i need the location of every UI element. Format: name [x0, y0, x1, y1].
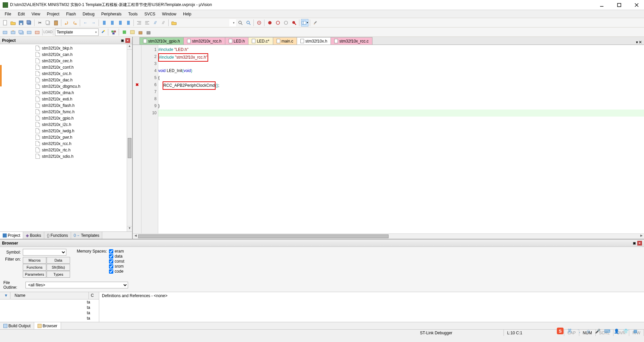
minimize-button[interactable] — [597, 2, 606, 8]
vertical-scrollbar[interactable]: ▲ ▼ — [127, 44, 132, 231]
cut-icon[interactable]: ✂ — [36, 19, 44, 26]
tree-file-item[interactable]: stm32f10x_can.h — [0, 51, 127, 58]
stop-build-icon[interactable] — [34, 28, 41, 36]
pack-installer-2-icon[interactable] — [145, 28, 152, 36]
mem-eram[interactable]: eram — [109, 249, 124, 254]
tree-file-item[interactable]: stm32f10x_cec.h — [0, 58, 127, 64]
outdent-icon[interactable] — [143, 19, 151, 26]
find-icon[interactable] — [237, 19, 244, 26]
c-column-header[interactable]: C — [89, 292, 99, 299]
paste-icon[interactable] — [52, 19, 60, 26]
breakpoint-enable-icon[interactable] — [274, 19, 282, 26]
tree-file-item[interactable]: stm32f10x_flash.h — [0, 102, 127, 109]
indent-icon[interactable] — [135, 19, 143, 26]
rebuild-icon[interactable] — [17, 28, 25, 36]
maximize-button[interactable] — [614, 2, 624, 8]
browser-name-row[interactable]: ta — [0, 316, 99, 321]
name-column-header[interactable]: ▼ Name — [0, 292, 89, 299]
window-layout-icon[interactable]: ▾ — [301, 19, 308, 26]
close-button[interactable] — [632, 2, 641, 8]
file-outline-select[interactable]: <all files> — [25, 282, 128, 288]
tree-file-item[interactable]: stm32f10x_dac.h — [0, 77, 127, 83]
mem-checkbox[interactable] — [109, 259, 113, 264]
filter-macros[interactable]: Macros — [23, 257, 46, 264]
editor-tab[interactable]: stm32f10x_rcc.c — [331, 37, 372, 45]
open-icon[interactable] — [9, 19, 17, 26]
menu-edit[interactable]: Edit — [14, 11, 28, 17]
tree-file-item[interactable]: stm32f10x_gpio.h — [0, 115, 127, 121]
select-packs-icon[interactable] — [129, 28, 136, 36]
redo-icon[interactable] — [71, 19, 78, 26]
filter-functions[interactable]: Functions — [23, 264, 46, 271]
filter-sfr(bits)[interactable]: Sfr(Bits) — [47, 264, 70, 271]
editor-tab[interactable]: stm32f10x_gpio.h — [139, 37, 184, 45]
ime-skin-icon[interactable]: 👕 — [623, 328, 629, 334]
tree-file-item[interactable]: stm32f10x_dbgmcu.h — [0, 83, 127, 89]
pack-installer-icon[interactable] — [137, 28, 144, 36]
mem-checkbox[interactable] — [109, 264, 113, 269]
ime-emoji-icon[interactable]: ☺ — [585, 328, 592, 334]
editor-tab[interactable]: stm32f10x_rcc.h — [183, 37, 225, 45]
bookmark-prev-icon[interactable] — [109, 19, 116, 26]
breakpoint-disable-icon[interactable] — [282, 19, 290, 26]
filter-parameters[interactable]: Parameters — [23, 271, 46, 278]
bookmark-clear-icon[interactable] — [125, 19, 132, 26]
tree-file-item[interactable]: stm32f10x_crc.h — [0, 70, 127, 77]
bookmark-toggle-icon[interactable] — [101, 19, 108, 26]
debug-icon[interactable] — [255, 19, 263, 26]
target-select[interactable]: Template▾ — [55, 28, 99, 36]
tab-browser[interactable]: Browser — [34, 322, 61, 329]
tab-dropdown-icon[interactable]: ▾ — [636, 40, 638, 45]
close-panel-icon[interactable]: ✕ — [125, 38, 130, 43]
build-icon[interactable] — [9, 28, 17, 36]
editor-tab[interactable]: stm32f10x.h — [297, 37, 331, 45]
nav-back-icon[interactable]: ← — [82, 19, 89, 26]
ime-logo-icon[interactable]: S — [557, 328, 564, 334]
tree-file-item[interactable]: stm32f10x_rcc.h — [0, 140, 127, 147]
save-icon[interactable] — [17, 19, 25, 26]
tree-file-item[interactable]: stm32f10x_conf.h — [0, 64, 127, 70]
bookmark-next-icon[interactable] — [117, 19, 124, 26]
ime-voice-icon[interactable]: 🎤 — [594, 328, 601, 334]
tree-file-item[interactable]: stm32f10x_iwdg.h — [0, 128, 127, 134]
browser-name-row[interactable]: ta — [0, 299, 99, 305]
undo-icon[interactable] — [63, 19, 70, 26]
ime-toolbox-icon[interactable]: ▦ — [632, 328, 639, 334]
incremental-find-icon[interactable] — [245, 19, 252, 26]
tree-file-item[interactable]: stm32f10x_exti.h — [0, 96, 127, 102]
ime-keyboard-icon[interactable]: ⌨ — [604, 328, 610, 334]
symbol-select[interactable] — [23, 249, 66, 256]
editor-tab[interactable]: LED.c* — [248, 37, 273, 45]
translate-icon[interactable] — [1, 28, 9, 36]
manage-rte-icon[interactable] — [121, 28, 128, 36]
menu-debug[interactable]: Debug — [79, 11, 98, 17]
tab-templates[interactable]: 0→Templates — [71, 232, 102, 239]
mem-checkbox[interactable] — [109, 249, 113, 254]
comment-icon[interactable]: // — [152, 19, 159, 26]
browser-name-row[interactable]: ta — [0, 310, 99, 316]
tab-build-output[interactable]: Build Output — [0, 322, 34, 329]
mem-data[interactable]: data — [109, 254, 124, 259]
nav-forward-icon[interactable]: → — [90, 19, 97, 26]
menu-file[interactable]: File — [1, 11, 14, 17]
menu-help[interactable]: Help — [180, 11, 195, 17]
find-in-files-icon[interactable] — [170, 19, 178, 26]
tree-file-item[interactable]: stm32f10x_i2c.h — [0, 121, 127, 128]
breakpoint-kill-icon[interactable] — [290, 19, 298, 26]
tab-functions[interactable]: {}Functions — [44, 232, 71, 239]
target-options-icon[interactable] — [99, 28, 107, 36]
tab-project[interactable]: Project — [0, 232, 23, 239]
tree-file-item[interactable]: stm32f10x_fsmc.h — [0, 109, 127, 115]
menu-project[interactable]: Project — [44, 11, 63, 17]
tree-file-item[interactable]: stm32f10x_dma.h — [0, 89, 127, 96]
tree-file-item[interactable]: stm32f10x_rtc.h — [0, 147, 127, 153]
menu-peripherals[interactable]: Peripherals — [98, 11, 125, 17]
save-all-icon[interactable] — [25, 19, 33, 26]
browser-name-row[interactable]: ta — [0, 305, 99, 310]
tab-close-icon[interactable]: ✕ — [639, 40, 642, 45]
pin-browser-icon[interactable]: ▣ — [632, 241, 637, 246]
tree-file-item[interactable]: stm32f10x_bkp.h — [0, 45, 127, 51]
mem-checkbox[interactable] — [109, 254, 113, 259]
uncomment-icon[interactable]: // — [160, 19, 167, 26]
menu-flash[interactable]: Flash — [63, 11, 79, 17]
